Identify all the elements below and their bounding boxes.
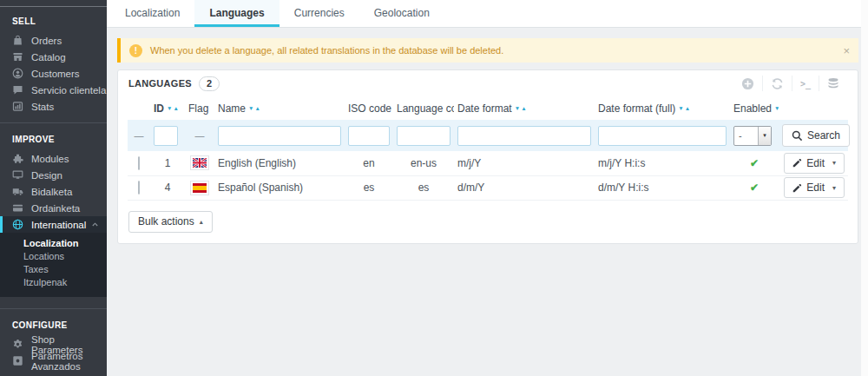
table-row: 4 Español (Spanish) es es d/m/Y d/m/Y H:… bbox=[128, 175, 848, 200]
panel-toolbar: >_ bbox=[733, 76, 847, 91]
refresh-icon[interactable] bbox=[762, 76, 792, 91]
header-enabled[interactable]: Enabled▼▲ bbox=[730, 96, 779, 120]
spain-flag-icon bbox=[190, 181, 209, 195]
header-actions bbox=[779, 96, 848, 120]
sidebar-item-label: Customers bbox=[31, 69, 80, 79]
bulk-actions-button[interactable]: Bulk actions ▴ bbox=[128, 211, 213, 233]
header-date-format[interactable]: Date format▼▲ bbox=[454, 96, 595, 120]
sidebar-item-label: Catalog bbox=[31, 52, 66, 63]
date-format-full-filter-input[interactable] bbox=[598, 126, 727, 146]
sidebar-item-label: Design bbox=[31, 170, 62, 181]
truck-icon bbox=[12, 186, 23, 197]
row-date-format-full: d/m/Y H:i:s bbox=[595, 175, 730, 200]
search-icon bbox=[792, 130, 803, 142]
database-icon[interactable] bbox=[819, 76, 847, 91]
sort-icons[interactable]: ▼▲ bbox=[248, 105, 261, 111]
row-checkbox[interactable] bbox=[138, 181, 140, 195]
sort-icons[interactable]: ▼▲ bbox=[515, 105, 528, 111]
header-flag: Flag bbox=[185, 96, 214, 120]
row-name: Español (Spanish) bbox=[214, 175, 345, 200]
sidebar-item-advanced-parameters[interactable]: Parámetros Avanzados bbox=[0, 353, 107, 369]
sort-icons[interactable]: ▼▲ bbox=[167, 105, 180, 111]
advanced-settings-icon bbox=[12, 355, 23, 366]
filter-row: — — - ▾ bbox=[128, 120, 848, 151]
puzzle-icon bbox=[12, 153, 23, 164]
warning-alert: ! When you delete a language, all relate… bbox=[117, 38, 858, 63]
row-iso: es bbox=[345, 175, 393, 200]
date-format-filter-input[interactable] bbox=[457, 126, 591, 146]
chevron-down-icon[interactable]: ▾ bbox=[832, 159, 836, 167]
sidebar-section-sell: SELL bbox=[0, 7, 107, 32]
sidebar-item-orders[interactable]: Orders bbox=[0, 32, 107, 49]
sql-manager-icon[interactable]: >_ bbox=[792, 76, 819, 91]
sidebar-item-shipping[interactable]: Bidalketa bbox=[0, 183, 107, 200]
page-body: ! When you delete a language, all relate… bbox=[107, 28, 868, 244]
sidebar-item-label: Parámetros Avanzados bbox=[31, 351, 107, 372]
sidebar-item-catalog[interactable]: Catalog bbox=[0, 49, 107, 65]
sidebar-item-stats[interactable]: Stats bbox=[0, 98, 107, 115]
close-icon[interactable]: × bbox=[843, 45, 850, 56]
chevron-down-icon[interactable]: ▾ bbox=[832, 184, 836, 192]
sidebar-item-label: Orders bbox=[31, 36, 62, 46]
row-checkbox[interactable] bbox=[138, 156, 140, 170]
enabled-filter-value: - bbox=[734, 130, 758, 141]
sidebar-item-label: International bbox=[31, 220, 86, 230]
credit-card-icon bbox=[12, 202, 23, 214]
submenu-item-localization[interactable]: Localization bbox=[0, 237, 107, 250]
enabled-check-icon: ✔ bbox=[730, 175, 779, 200]
header-select bbox=[128, 96, 150, 120]
orders-bag-icon bbox=[12, 35, 23, 46]
sidebar-item-payment[interactable]: Ordainketa bbox=[0, 200, 107, 216]
chevron-down-icon: ▾ bbox=[758, 127, 771, 145]
filter-select-dash: — bbox=[128, 120, 150, 151]
add-icon[interactable] bbox=[733, 76, 762, 91]
iso-code-filter-input[interactable] bbox=[348, 126, 390, 146]
uk-flag-icon bbox=[190, 155, 209, 170]
tab-languages[interactable]: Languages bbox=[194, 0, 279, 27]
row-language-code: en-us bbox=[393, 151, 454, 175]
header-id[interactable]: ID▼▲ bbox=[150, 96, 185, 120]
filter-name-cell bbox=[214, 120, 345, 151]
sort-icons[interactable]: ▼▲ bbox=[678, 105, 691, 111]
warning-alert-message: When you delete a language, all related … bbox=[150, 45, 503, 56]
tab-localization[interactable]: Localization bbox=[110, 0, 194, 27]
sidebar-item-label: Modules bbox=[31, 154, 69, 164]
header-name[interactable]: Name▼▲ bbox=[214, 96, 345, 120]
header-date-format-full[interactable]: Date format (full)▼▲ bbox=[595, 96, 730, 120]
name-filter-input[interactable] bbox=[218, 126, 341, 146]
sidebar-divider bbox=[0, 122, 107, 123]
sidebar-item-modules[interactable]: Modules bbox=[0, 150, 107, 167]
edit-button[interactable]: Edit ▾ bbox=[784, 153, 845, 174]
panel-title: LANGUAGES bbox=[128, 78, 192, 89]
submenu-item-translations[interactable]: Itzulpenak bbox=[0, 276, 107, 289]
sidebar-item-international[interactable]: International bbox=[0, 216, 107, 233]
row-select-cell bbox=[128, 175, 150, 200]
globe-icon bbox=[12, 219, 23, 230]
row-date-format-full: m/j/Y H:i:s bbox=[595, 151, 730, 175]
sidebar-section-improve: IMPROVE bbox=[0, 125, 107, 150]
tab-geolocation[interactable]: Geolocation bbox=[359, 0, 444, 27]
edit-button[interactable]: Edit ▾ bbox=[784, 177, 845, 198]
sidebar-item-customer-service[interactable]: Servicio clientela bbox=[0, 82, 107, 98]
submenu-item-taxes[interactable]: Taxes bbox=[0, 263, 107, 276]
header-iso-code[interactable]: ISO code▼▲ bbox=[345, 96, 393, 120]
sort-icons[interactable]: ▼▲ bbox=[774, 105, 779, 111]
catalog-store-icon bbox=[12, 51, 23, 63]
main-content: Localization Languages Currencies Geoloc… bbox=[107, 0, 868, 376]
row-id: 1 bbox=[150, 151, 185, 175]
filter-lang-cell bbox=[393, 120, 454, 151]
pencil-icon bbox=[792, 158, 802, 168]
language-code-filter-input[interactable] bbox=[397, 126, 450, 146]
sidebar-item-design[interactable]: Design bbox=[0, 167, 107, 183]
table-header-row: ID▼▲ Flag Name▼▲ ISO code▼▲ Language cod… bbox=[128, 96, 848, 120]
header-language-code[interactable]: Language code▼▲ bbox=[393, 96, 454, 120]
enabled-filter-select[interactable]: - ▾ bbox=[733, 126, 772, 146]
stats-chart-icon bbox=[12, 101, 23, 112]
id-filter-input[interactable] bbox=[154, 126, 178, 146]
search-button[interactable]: Search bbox=[782, 124, 850, 147]
scrollbar-track[interactable] bbox=[861, 0, 868, 376]
sidebar-item-customers[interactable]: Customers bbox=[0, 65, 107, 82]
submenu-item-locations[interactable]: Locations bbox=[0, 250, 107, 263]
chevron-up-icon: ▴ bbox=[200, 218, 203, 226]
tab-currencies[interactable]: Currencies bbox=[279, 0, 359, 27]
